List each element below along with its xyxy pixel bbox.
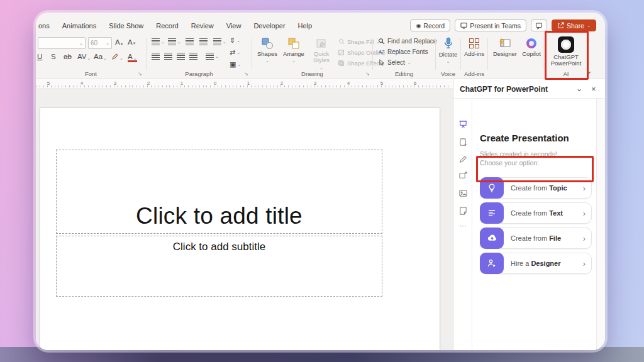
addins-button[interactable]: Add-ins xyxy=(463,37,486,57)
menu-review[interactable]: Review xyxy=(191,22,214,30)
task-pane-body: Create Presentation Slides created in se… xyxy=(472,99,596,350)
replace-fonts-button[interactable]: Replace Fonts xyxy=(378,48,428,55)
menu-view[interactable]: View xyxy=(226,22,242,30)
align-left-button[interactable] xyxy=(152,53,160,60)
copilot-button[interactable]: Copilot xyxy=(521,37,542,57)
shadow-letter: S xyxy=(51,53,56,60)
editing-group-label: Editing xyxy=(373,70,435,77)
titlebar-actions: ◉ Record Present in Teams Share ⌄ xyxy=(410,19,596,31)
create-from-text-button[interactable]: Create from Text › xyxy=(480,202,592,224)
ruler-ticks xyxy=(36,85,449,87)
hire-a-designer-button[interactable]: Hire a Designer › xyxy=(480,253,592,274)
menu-slideshow[interactable]: Slide Show xyxy=(109,22,143,30)
paragraph-dialog-launcher-icon[interactable]: ↘ xyxy=(244,71,248,77)
highlight-button[interactable]: ⌄ xyxy=(111,53,123,60)
pane-scrollbar[interactable] xyxy=(596,99,605,350)
font-size-combo[interactable]: 60 ⌄ xyxy=(88,37,112,49)
shape-effects-icon xyxy=(338,60,345,67)
shape-fill-icon xyxy=(338,38,345,45)
select-button[interactable]: Select ⌄ xyxy=(378,59,411,66)
share-button[interactable]: Share ⌄ xyxy=(552,19,596,31)
font-color-chevron-icon: ⌄ xyxy=(133,56,137,60)
create-from-file-button[interactable]: Create from File › xyxy=(480,228,592,249)
shapes-chevron-icon: ⌄ xyxy=(265,58,269,63)
smartart-button[interactable]: ▣⌄ xyxy=(230,60,241,69)
smartart-chevron-icon: ⌄ xyxy=(237,62,241,67)
pane-chevron-down-icon[interactable]: ⌄ xyxy=(576,84,582,93)
bullets-chevron-icon: ⌄ xyxy=(161,40,165,44)
microphone-icon xyxy=(443,36,454,50)
option-label: Hire a Designer xyxy=(504,260,583,267)
ribbon-group-paragraph: ⌄ ⌄ ⌄ ⌄ ⇕⌄ ⇄⌄ ▣⌄ Paragraph ↘ xyxy=(147,33,252,79)
rail-pencil-icon[interactable] xyxy=(453,155,472,164)
replace-fonts-icon xyxy=(378,48,385,55)
spacing-chevron-icon: ⌄ xyxy=(87,56,91,60)
rail-note-icon[interactable] xyxy=(453,206,472,216)
quick-styles-button[interactable]: Quick Styles ⌄ xyxy=(309,37,334,70)
shrink-font-button[interactable]: A ▾ xyxy=(128,38,135,46)
addins-grid-icon xyxy=(468,37,480,50)
pane-close-icon[interactable]: × xyxy=(591,84,596,94)
change-case-button[interactable]: Aa ⌄ xyxy=(94,53,107,60)
chatgpt-powerpoint-button[interactable]: ChatGPT PowerPoint xyxy=(547,36,586,67)
font-group-label: Font xyxy=(36,70,146,77)
increase-indent-button[interactable] xyxy=(199,38,208,45)
menu-animations[interactable]: Animations xyxy=(62,22,96,30)
menu-developer[interactable]: Developer xyxy=(253,22,285,30)
designer-button[interactable]: Designer xyxy=(491,37,519,57)
chevron-right-icon: › xyxy=(583,184,591,193)
decrease-indent-button[interactable] xyxy=(186,38,194,45)
slide[interactable]: Click to add title Click to add subtitle xyxy=(40,107,440,350)
align-center-button[interactable] xyxy=(164,53,172,60)
bullets-button[interactable]: ⌄ xyxy=(152,38,165,45)
align-right-button[interactable] xyxy=(177,53,185,60)
voice-group-label: Voice xyxy=(436,70,460,77)
columns-chevron-icon: ⌄ xyxy=(215,54,219,58)
text-shadow-button[interactable]: S xyxy=(51,53,56,60)
menu-help[interactable]: Help xyxy=(298,22,313,30)
title-placeholder[interactable]: Click to add title xyxy=(56,150,382,234)
align-text-button[interactable]: ⇄⌄ xyxy=(230,48,240,57)
create-from-topic-button[interactable]: Create from Topic › xyxy=(480,177,592,199)
drawing-dialog-launcher-icon[interactable]: ↘ xyxy=(365,71,370,77)
arrange-button[interactable]: Arrange ⌄ xyxy=(281,37,306,63)
numbering-button[interactable]: ⌄ xyxy=(168,38,181,45)
paragraph-group-label: Paragraph xyxy=(147,70,252,77)
present-screen-icon xyxy=(460,22,467,29)
align-text-chevron-icon: ⌄ xyxy=(236,50,240,55)
rail-image-icon[interactable] xyxy=(453,189,472,198)
font-dialog-launcher-icon[interactable]: ↘ xyxy=(138,71,142,77)
rail-presentation-icon[interactable] xyxy=(453,119,472,129)
replace-fonts-label: Replace Fonts xyxy=(387,48,428,55)
chatgpt-task-pane: ChatGPT for PowerPoint ⌄ × ⋯ xyxy=(453,79,605,350)
comments-button[interactable] xyxy=(531,19,547,31)
rail-export-slide-icon[interactable] xyxy=(453,171,472,180)
ai-group-label: AI xyxy=(543,70,589,77)
menu-record[interactable]: Record xyxy=(156,22,178,30)
collapse-ribbon-chevron-icon[interactable]: ⌄ xyxy=(586,66,592,75)
dictate-button[interactable]: Dictate ⌄ xyxy=(437,36,459,63)
pane-subtext-line1: Slides created in seconds! xyxy=(480,150,557,158)
ribbon-group-drawing: Shapes ⌄ Arrange ⌄ Quick Styles ⌄ Shape … xyxy=(252,33,372,79)
highlighter-pen-icon xyxy=(111,53,119,60)
line-spacing-button[interactable]: ⌄ xyxy=(213,38,226,45)
record-button[interactable]: ◉ Record xyxy=(410,19,450,31)
record-icon: ◉ xyxy=(416,23,421,29)
text-direction-button[interactable]: ⇕⌄ xyxy=(230,36,240,45)
rail-more-icon[interactable]: ⋯ xyxy=(453,222,472,230)
present-in-teams-button[interactable]: Present in Teams xyxy=(455,19,526,31)
font-name-combo[interactable]: ⌄ xyxy=(38,37,86,49)
columns-button[interactable]: ⌄ xyxy=(206,53,219,60)
shapes-button[interactable]: Shapes ⌄ xyxy=(256,37,279,63)
find-replace-button[interactable]: Find and Replace xyxy=(378,38,436,45)
character-spacing-button[interactable]: AV ⌄ xyxy=(77,53,91,60)
grow-font-button[interactable]: A ▴ xyxy=(115,38,123,46)
subtitle-placeholder[interactable]: Click to add subtitle xyxy=(56,236,382,297)
underline-button[interactable]: U xyxy=(37,53,42,60)
ruler-number: 4 xyxy=(80,80,83,86)
strikethrough-button[interactable]: ab xyxy=(64,53,72,60)
menu-transitions[interactable]: ons xyxy=(38,22,50,30)
font-color-button[interactable]: A ⌄ xyxy=(128,53,137,62)
rail-add-slide-icon[interactable] xyxy=(453,138,472,147)
justify-button[interactable] xyxy=(189,53,197,60)
